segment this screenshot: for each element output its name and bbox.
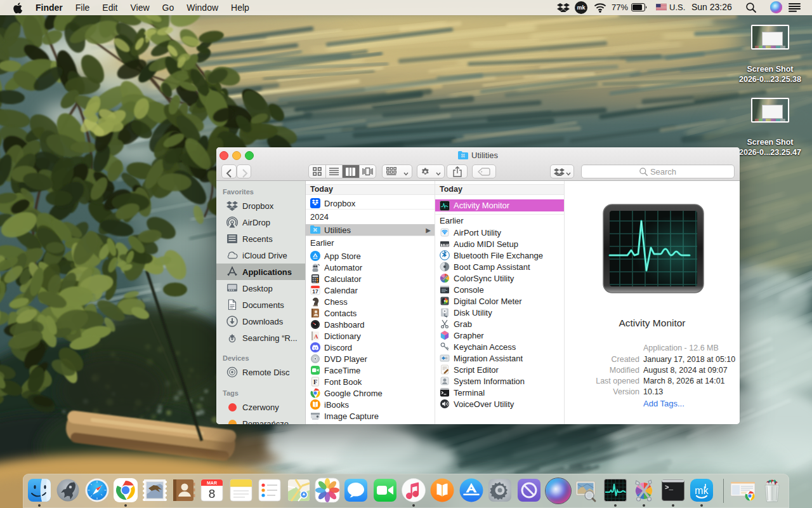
- svg-text:17: 17: [312, 288, 318, 295]
- svg-text:mk: mk: [695, 485, 709, 496]
- svg-text:8: 8: [209, 487, 216, 500]
- svg-text:A: A: [314, 333, 318, 340]
- svg-text:F: F: [313, 378, 317, 385]
- svg-text:MAR: MAR: [207, 481, 217, 485]
- svg-text:>_: >_: [665, 484, 674, 491]
